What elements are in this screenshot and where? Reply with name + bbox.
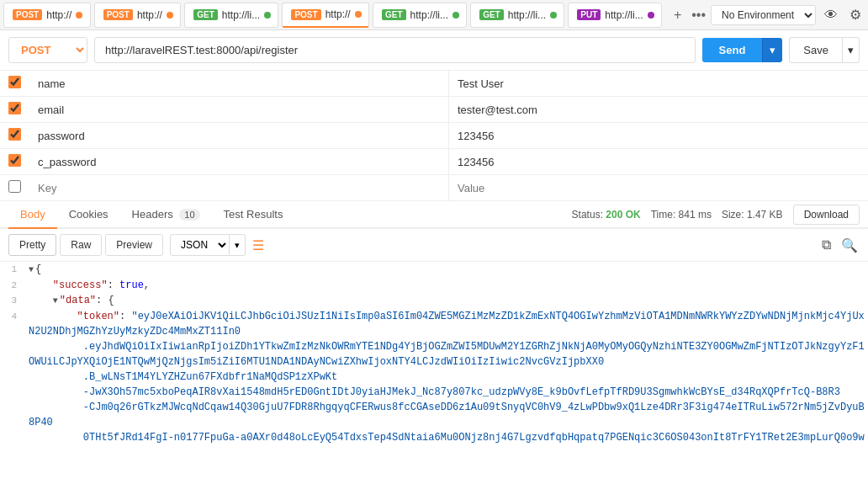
tab-bar-right: No Environment 👁 ⚙ <box>711 5 865 25</box>
eye-icon[interactable]: 👁 <box>821 6 841 24</box>
settings-icon[interactable]: ⚙ <box>846 5 865 24</box>
tab-cookies[interactable]: Cookies <box>57 201 120 229</box>
copy-icon[interactable]: ⧉ <box>820 236 833 255</box>
save-button[interactable]: Save <box>789 37 843 63</box>
format-select[interactable]: JSON XML HTML <box>170 234 230 256</box>
form-value-input-3[interactable] <box>458 156 860 168</box>
tab-5-dot <box>453 12 459 19</box>
tab-6[interactable]: GET http://li... <box>470 3 564 28</box>
code-line-4e: -CJm0q26rGTkzMJWcqNdCqaw14Q30GjuU7FDR8Rh… <box>0 400 868 430</box>
form-value-input-2[interactable] <box>458 130 860 142</box>
form-checkbox-cell-1 <box>0 97 29 123</box>
tab-2-url: http:// <box>137 9 162 21</box>
tab-4-url: http:// <box>326 8 351 20</box>
tab-4[interactable]: POST http:// <box>282 3 369 28</box>
tab-2-method: POST <box>103 9 133 20</box>
url-input[interactable]: http://laravelREST.test:8000/api/registe… <box>94 37 696 63</box>
download-button[interactable]: Download <box>793 205 860 225</box>
tab-6-dot <box>550 12 557 19</box>
form-checkbox-2[interactable] <box>8 128 21 141</box>
code-line-3: 3 ▼"data": { <box>0 293 868 309</box>
form-checkbox-4[interactable] <box>8 180 21 193</box>
tab-1-dot <box>76 12 82 19</box>
form-table <box>0 71 868 201</box>
more-tabs-button[interactable]: ••• <box>686 8 711 22</box>
tab-3[interactable]: GET http://li... <box>184 3 278 28</box>
search-response-icon[interactable]: 🔍 <box>839 236 860 255</box>
status-value: 200 OK <box>606 209 640 221</box>
tab-test-results[interactable]: Test Results <box>212 201 295 229</box>
sort-icon[interactable]: ☰ <box>252 237 264 253</box>
form-key-cell-2 <box>29 123 449 149</box>
tab-7[interactable]: PUT http://li... <box>568 3 662 28</box>
code-area[interactable]: 1 ▼{ 2 "success": true, 3 ▼"data": { 4 "… <box>0 262 868 443</box>
preview-tab[interactable]: Preview <box>105 234 163 256</box>
tab-1-url: http:// <box>46 9 71 21</box>
form-key-cell-1 <box>29 97 449 123</box>
tab-bar: POST http:// POST http:// GET http://li.… <box>0 0 868 30</box>
tab-6-method: GET <box>479 9 504 20</box>
tab-3-method: GET <box>193 9 218 20</box>
sub-tabs: Body Cookies Headers 10 Test Results Sta… <box>0 201 868 229</box>
tab-5-url: http://li... <box>410 9 448 21</box>
time-value: 841 ms <box>679 209 712 221</box>
form-value-input-1[interactable] <box>458 104 860 116</box>
headers-badge: 10 <box>179 209 199 221</box>
tab-headers[interactable]: Headers 10 <box>120 201 212 229</box>
form-value-cell-2 <box>449 123 869 149</box>
form-key-input-3[interactable] <box>38 156 440 168</box>
tab-2[interactable]: POST http:// <box>94 3 182 28</box>
url-bar: POST GET PUT DELETE http://laravelREST.t… <box>0 30 868 71</box>
form-checkbox-cell-4 <box>0 175 29 201</box>
code-line-1: 1 ▼{ <box>0 262 868 278</box>
tab-7-method: PUT <box>577 9 601 20</box>
form-value-cell-1 <box>449 97 869 123</box>
form-row-2 <box>0 123 868 149</box>
format-dropdown-button[interactable]: ▾ <box>230 234 246 256</box>
form-row-0 <box>0 71 868 97</box>
code-line-4d: -JwX3Oh57mc5xboPeqAIR8vXai1548mdH5rED0Gn… <box>0 385 868 400</box>
form-key-cell-4 <box>29 175 449 201</box>
tab-7-url: http://li... <box>605 9 643 21</box>
code-line-4c: .B_wLNsT1M4YLYZHZun67FXdbfr1NaMQdSP1zXPw… <box>0 370 868 385</box>
save-dropdown-button[interactable]: ▾ <box>843 37 860 63</box>
tab-5[interactable]: GET http://li... <box>373 3 467 28</box>
tab-2-dot <box>167 12 173 19</box>
form-checkbox-1[interactable] <box>8 102 21 114</box>
environment-select[interactable]: No Environment <box>711 5 816 25</box>
format-select-group: JSON XML HTML ▾ <box>170 234 246 256</box>
code-line-4: 4 "token": "eyJ0eXAiOiJKV1QiLCJhbGciOiJS… <box>0 309 868 339</box>
response-status: Status: 200 OK Time: 841 ms Size: 1.47 K… <box>572 205 860 225</box>
form-key-input-1[interactable] <box>38 104 440 116</box>
form-key-input-4[interactable] <box>38 182 440 194</box>
form-key-input-0[interactable] <box>38 77 440 90</box>
save-button-group: Save ▾ <box>789 37 860 63</box>
form-checkbox-3[interactable] <box>8 154 21 167</box>
form-value-cell-3 <box>449 149 869 175</box>
code-line-4f: 0THt5fJRd14FgI-n0177FpuGa-a0AXr0d48oLcEy… <box>0 430 868 443</box>
form-checkbox-0[interactable] <box>8 76 21 88</box>
send-dropdown-button[interactable]: ▾ <box>762 38 782 62</box>
tab-body[interactable]: Body <box>8 201 57 229</box>
form-key-input-2[interactable] <box>38 130 440 142</box>
add-tab-button[interactable]: + <box>669 8 686 22</box>
form-value-input-4[interactable] <box>458 182 860 194</box>
response-toolbar: Pretty Raw Preview JSON XML HTML ▾ ☰ ⧉ 🔍 <box>0 229 868 262</box>
code-line-2: 2 "success": true, <box>0 278 868 293</box>
tab-1[interactable]: POST http:// <box>3 3 91 28</box>
form-value-cell-4 <box>449 175 869 201</box>
send-button[interactable]: Send <box>702 38 763 62</box>
form-value-cell-0 <box>449 71 869 97</box>
form-row-1 <box>0 97 868 123</box>
size-label: Size: 1.47 KB <box>722 209 783 221</box>
tab-4-method: POST <box>291 9 320 20</box>
code-line-4b: .eyJhdWQiOiIxIiwianRpIjoiZDh1YTkwZmIzMzN… <box>0 339 868 370</box>
raw-tab[interactable]: Raw <box>60 234 102 256</box>
size-value: 1.47 KB <box>747 209 783 221</box>
method-select[interactable]: POST GET PUT DELETE <box>8 37 87 63</box>
tab-actions: + ••• <box>669 8 711 22</box>
form-value-input-0[interactable] <box>458 77 860 90</box>
pretty-tab[interactable]: Pretty <box>8 234 56 256</box>
tab-7-dot <box>648 12 654 19</box>
send-button-group: Send ▾ <box>702 38 783 62</box>
